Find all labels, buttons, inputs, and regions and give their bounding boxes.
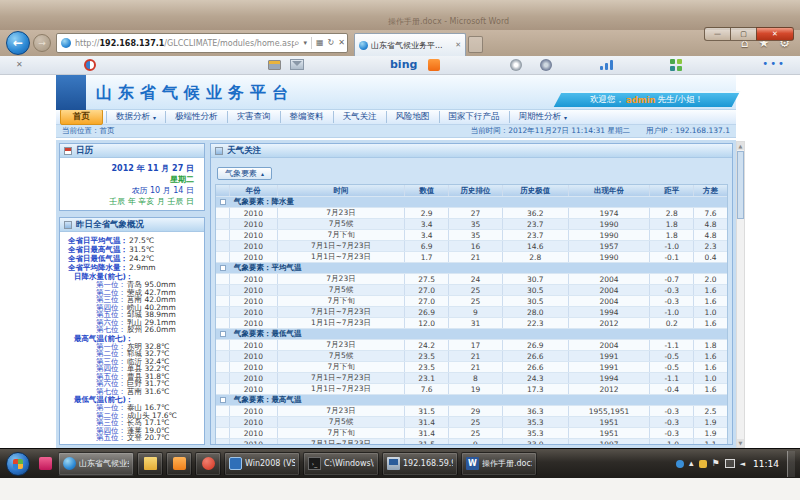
taskbar-window-button[interactable] — [137, 452, 163, 476]
apps-grid-icon[interactable] — [670, 59, 682, 71]
taskbar-window-button[interactable] — [195, 452, 221, 476]
table-group-row: 气象要素：最高气温 — [216, 395, 727, 406]
bing-badge-icon[interactable] — [428, 59, 440, 71]
row-checkbox-cell — [216, 373, 230, 383]
toolbar-close-icon[interactable] — [16, 60, 23, 69]
scrollbar-up-arrow[interactable] — [737, 142, 744, 150]
menu-item[interactable]: 天气关注 — [333, 111, 386, 123]
stop-icon[interactable] — [338, 39, 345, 47]
card-icon[interactable] — [268, 60, 281, 70]
column-header: 时间 — [278, 185, 406, 196]
menu-item[interactable]: 首页 — [60, 109, 103, 125]
taskbar-window-button[interactable]: 192.168.59.99... — [382, 452, 458, 476]
forward-button[interactable] — [33, 34, 51, 52]
action-center-flag-icon[interactable] — [712, 459, 720, 468]
refresh-icon[interactable] — [328, 39, 335, 47]
network-icon[interactable] — [725, 459, 735, 468]
minimize-button[interactable] — [704, 27, 730, 41]
camera-icon[interactable] — [540, 59, 552, 71]
taskbar-window-button[interactable] — [166, 452, 192, 476]
cell-anomaly: -1.0 — [650, 241, 694, 251]
group-label: 气象要素：平均气温 — [230, 263, 727, 273]
menu-item[interactable]: 国家下行产品 — [439, 111, 509, 123]
addon-logo-icon[interactable] — [84, 59, 96, 71]
cell-variance: 2.0 — [694, 274, 727, 284]
overflow-dots-icon[interactable] — [762, 58, 786, 69]
row-checkbox-cell — [216, 318, 230, 328]
menu-item[interactable]: 极端性分析 — [165, 111, 227, 123]
cell-value: 24.2 — [405, 340, 449, 350]
table-row: 2010 7月5候 3.4 35 23.7 1990 1.8 4.8 — [216, 219, 727, 230]
cell-extreme: 2.8 — [503, 252, 569, 262]
weather-stat: 全省日平均气温：27.5℃ — [62, 236, 202, 245]
taskbar-window-button[interactable]: 操作手册.docx ... — [461, 452, 537, 476]
menu-item[interactable]: 整编资料 — [280, 111, 333, 123]
cell-occur-year: 2004 — [569, 340, 651, 350]
maximize-button[interactable] — [730, 27, 756, 41]
app-icon — [63, 457, 76, 470]
show-desktop-button[interactable] — [787, 451, 795, 477]
cell-rank: 21 — [449, 252, 503, 262]
group-checkbox[interactable] — [220, 397, 226, 403]
url-text[interactable]: http://192.168.137.1/GLCCLIMATE/modules/… — [75, 39, 294, 48]
weather-summary-panel: 昨日全省气象概况 全省日平均气温：27.5℃全省日最高气温：31.5℃全省日最低… — [59, 217, 205, 445]
menu-item[interactable]: 周期性分析 — [509, 111, 577, 123]
hidden-icons-arrow-icon[interactable] — [689, 459, 694, 468]
cell-value: 23.5 — [405, 351, 449, 361]
taskbar-window-button[interactable]: C:\Windows\s... — [303, 452, 379, 476]
cell-value: 27.0 — [405, 285, 449, 295]
mail-icon[interactable] — [290, 59, 304, 70]
cell-rank: 35 — [449, 230, 503, 240]
cell-year: 2010 — [230, 384, 278, 394]
address-bar[interactable]: http://192.168.137.1/GLCCLIMATE/modules/… — [56, 33, 348, 53]
weather-watch-title: 天气关注 — [227, 145, 261, 157]
volume-icon[interactable] — [740, 460, 745, 468]
taskbar-clock[interactable]: 11:14 — [753, 459, 779, 469]
cell-value: 31.4 — [405, 417, 449, 427]
cell-value: 27.5 — [405, 274, 449, 284]
search-icon[interactable] — [294, 38, 300, 48]
tray-alert-icon[interactable] — [699, 460, 707, 468]
cell-extreme: 23.7 — [503, 219, 569, 229]
cell-time: 7月5候 — [278, 417, 406, 427]
pinned-app-icon[interactable] — [39, 457, 52, 470]
app-icon — [466, 457, 479, 470]
back-button[interactable] — [6, 31, 30, 55]
cell-occur-year: 2004 — [569, 274, 651, 284]
taskbar-window-button[interactable]: Win2008 (VS2... — [224, 452, 300, 476]
group-checkbox[interactable] — [220, 199, 226, 205]
scrollbar[interactable] — [736, 141, 745, 448]
weather-panel-body: 全省日平均气温：27.5℃全省日最高气温：31.5℃全省日最低气温：24.2℃全… — [60, 232, 204, 442]
cell-year: 2010 — [230, 241, 278, 251]
compatibility-view-icon[interactable] — [316, 39, 324, 47]
close-button[interactable] — [756, 27, 794, 41]
tab-close-icon[interactable] — [455, 41, 461, 49]
system-tray: 11:14 — [676, 451, 797, 477]
chevron-down-icon[interactable] — [304, 39, 308, 47]
scrollbar-down-arrow[interactable] — [737, 439, 744, 447]
cell-anomaly: -0.5 — [650, 351, 694, 361]
disc-icon[interactable] — [510, 59, 522, 71]
cell-occur-year: 1974 — [569, 208, 651, 218]
cell-extreme: 22.3 — [503, 318, 569, 328]
group-checkbox[interactable] — [220, 265, 226, 271]
scrollbar-thumb[interactable] — [737, 151, 744, 219]
element-filter-button[interactable]: 气象要素 — [217, 167, 272, 180]
data-table: 年份时间数值历史排位历史极值出现年份距平方差 气象要素：降水量 — [215, 184, 728, 444]
menu-item[interactable]: 灾害查询 — [227, 111, 280, 123]
cell-extreme: 36.3 — [503, 406, 569, 416]
browser-tab[interactable]: 山东省气候业务平... — [354, 33, 466, 56]
taskbar-window-button[interactable]: 山东省气候业务平... — [58, 452, 134, 476]
menu-item[interactable]: 数据分析 — [106, 111, 165, 123]
tray-app-icon[interactable] — [676, 460, 684, 468]
new-tab-button[interactable] — [468, 36, 483, 53]
menu-item[interactable]: 风险地图 — [386, 111, 439, 123]
user-ip: 用户IP：192.168.137.1 — [646, 126, 730, 136]
signal-icon[interactable] — [600, 60, 616, 70]
group-checkbox[interactable] — [220, 331, 226, 337]
cell-year: 2010 — [230, 252, 278, 262]
cell-value: 31.5 — [405, 406, 449, 416]
cell-occur-year: 2004 — [569, 285, 651, 295]
bing-logo[interactable]: bing — [390, 58, 417, 71]
start-button[interactable] — [6, 452, 30, 476]
